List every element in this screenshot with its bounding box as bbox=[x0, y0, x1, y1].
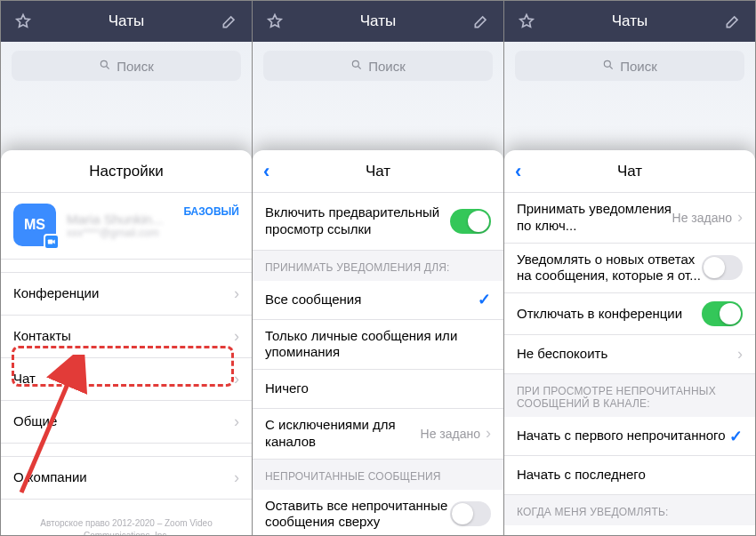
svg-point-3 bbox=[605, 60, 611, 67]
search-placeholder: Поиск bbox=[368, 59, 406, 74]
row-notify-replies[interactable]: Уведомлять о новых ответах на сообщения,… bbox=[504, 244, 755, 294]
compose-icon[interactable] bbox=[471, 12, 491, 31]
chevron-right-icon: › bbox=[234, 284, 239, 303]
chat-title: Чат bbox=[617, 163, 642, 180]
compose-icon[interactable] bbox=[723, 12, 743, 31]
menu-conferences[interactable]: Конференции › bbox=[1, 272, 252, 316]
profile-row[interactable]: MS Maria Shunkin... xxx****@gmail.com БА… bbox=[1, 193, 252, 260]
settings-title: Настройки bbox=[1, 150, 252, 193]
row-nothing[interactable]: Ничего bbox=[253, 370, 503, 409]
toggle-mute-conference[interactable] bbox=[702, 301, 743, 326]
row-always-notify[interactable]: Всегда, даже при моей активности на рабо… bbox=[504, 525, 755, 535]
camera-icon bbox=[44, 234, 60, 250]
row-start-first-unread[interactable]: Начать с первого непрочитанного ✓ bbox=[504, 417, 755, 456]
row-keyword-notifications[interactable]: Принимать уведомления по ключ... Не зада… bbox=[504, 193, 755, 244]
star-icon[interactable] bbox=[265, 12, 285, 31]
chat-sheet-2: ‹ Чат Принимать уведомления по ключ... Н… bbox=[504, 150, 755, 535]
menu-about[interactable]: О компании › bbox=[1, 456, 252, 500]
row-do-not-disturb[interactable]: Не беспокоить › bbox=[504, 335, 755, 374]
check-icon: ✓ bbox=[478, 290, 491, 309]
chevron-right-icon: › bbox=[234, 468, 239, 487]
menu-contacts[interactable]: Контакты › bbox=[1, 316, 252, 358]
chat-sheet: ‹ Чат Включить предварительный просмотр … bbox=[253, 150, 503, 535]
topbar-title: Чаты bbox=[33, 12, 220, 30]
topbar: Чаты bbox=[1, 1, 252, 42]
toggle-link-preview[interactable] bbox=[450, 209, 491, 234]
topbar: Чаты bbox=[504, 1, 755, 42]
chevron-right-icon: › bbox=[234, 412, 239, 431]
plan-badge: БАЗОВЫЙ bbox=[183, 205, 239, 218]
svg-point-0 bbox=[101, 60, 108, 67]
search-placeholder: Поиск bbox=[117, 59, 154, 74]
row-link-preview[interactable]: Включить предварительный просмотр ссылки bbox=[253, 193, 503, 251]
topbar-title: Чаты bbox=[285, 12, 471, 30]
copyright: Авторское право 2012-2020 – Zoom Video C… bbox=[1, 500, 252, 535]
menu-chat[interactable]: Чат › bbox=[1, 358, 252, 401]
search-icon bbox=[350, 59, 363, 74]
back-button[interactable]: ‹ bbox=[515, 160, 521, 183]
panel-chat-settings-1: Чаты Поиск ‹ Чат Включить предварительны… bbox=[253, 1, 504, 535]
topbar: Чаты bbox=[253, 1, 503, 42]
profile-email: xxx****@gmail.com bbox=[67, 227, 183, 239]
row-mute-in-conference[interactable]: Отключать в конференции bbox=[504, 293, 755, 335]
chevron-right-icon: › bbox=[486, 424, 491, 443]
back-button[interactable]: ‹ bbox=[263, 160, 269, 183]
avatar: MS bbox=[13, 204, 56, 246]
search-icon bbox=[602, 59, 615, 74]
search-placeholder: Поиск bbox=[620, 59, 657, 74]
panel-settings: Чаты Поиск Настройки MS Maria S bbox=[1, 1, 253, 535]
chevron-right-icon: › bbox=[234, 327, 239, 346]
row-only-private[interactable]: Только личные сообщения или упоминания bbox=[253, 320, 503, 371]
chevron-right-icon: › bbox=[737, 208, 743, 227]
search-input[interactable]: Поиск bbox=[263, 51, 493, 81]
search-input[interactable]: Поиск bbox=[515, 51, 744, 81]
section-viewing-unread: ПРИ ПРОСМОТРЕ НЕПРОЧИТАННЫХ СООБЩЕНИЙ В … bbox=[504, 374, 755, 417]
search-icon bbox=[99, 59, 111, 74]
settings-sheet: Настройки MS Maria Shunkin... xxx****@gm… bbox=[1, 150, 252, 535]
profile-name: Maria Shunkin... bbox=[67, 212, 183, 227]
row-keep-unread-top[interactable]: Оставить все непрочитанные сообщения све… bbox=[253, 490, 503, 536]
toggle-notify-replies[interactable] bbox=[702, 255, 743, 280]
chevron-right-icon: › bbox=[234, 370, 239, 388]
search-input[interactable]: Поиск bbox=[12, 51, 241, 81]
row-all-messages[interactable]: Все сообщения ✓ bbox=[253, 281, 503, 320]
chevron-right-icon: › bbox=[737, 345, 743, 364]
chat-title: Чат bbox=[366, 163, 390, 180]
star-icon[interactable] bbox=[517, 12, 536, 31]
row-exceptions[interactable]: С исключениями для каналов Не задано › bbox=[253, 409, 503, 460]
panel-chat-settings-2: Чаты Поиск ‹ Чат Принимать уведомления п… bbox=[504, 1, 755, 535]
star-icon[interactable] bbox=[13, 12, 33, 31]
topbar-title: Чаты bbox=[536, 12, 723, 30]
row-start-last[interactable]: Начать с последнего bbox=[504, 456, 755, 495]
check-icon: ✓ bbox=[729, 427, 743, 446]
svg-rect-1 bbox=[48, 240, 52, 244]
section-when-notify: КОГДА МЕНЯ УВЕДОМЛЯТЬ: bbox=[504, 495, 755, 525]
section-receive-notifications: ПРИНИМАТЬ УВЕДОМЛЕНИЯ ДЛЯ: bbox=[253, 251, 503, 281]
toggle-keep-unread[interactable] bbox=[450, 501, 491, 526]
menu-general[interactable]: Общие › bbox=[1, 401, 252, 444]
compose-icon[interactable] bbox=[220, 12, 239, 31]
section-unread-messages: НЕПРОЧИТАННЫЕ СООБЩЕНИЯ bbox=[253, 460, 503, 490]
svg-point-2 bbox=[353, 60, 359, 67]
